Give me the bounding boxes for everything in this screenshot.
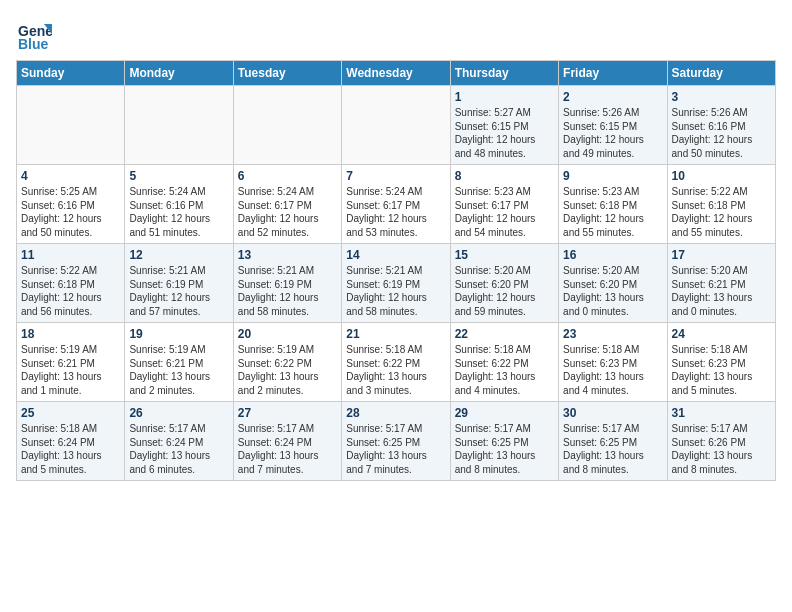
header-wednesday: Wednesday: [342, 61, 450, 86]
day-info: Sunrise: 5:18 AM Sunset: 6:23 PM Dayligh…: [563, 343, 662, 397]
day-cell: 16Sunrise: 5:20 AM Sunset: 6:20 PM Dayli…: [559, 244, 667, 323]
day-info: Sunrise: 5:21 AM Sunset: 6:19 PM Dayligh…: [129, 264, 228, 318]
header-monday: Monday: [125, 61, 233, 86]
day-cell: [233, 86, 341, 165]
day-cell: 17Sunrise: 5:20 AM Sunset: 6:21 PM Dayli…: [667, 244, 775, 323]
day-cell: 10Sunrise: 5:22 AM Sunset: 6:18 PM Dayli…: [667, 165, 775, 244]
header-saturday: Saturday: [667, 61, 775, 86]
day-cell: 13Sunrise: 5:21 AM Sunset: 6:19 PM Dayli…: [233, 244, 341, 323]
day-info: Sunrise: 5:18 AM Sunset: 6:23 PM Dayligh…: [672, 343, 771, 397]
day-info: Sunrise: 5:24 AM Sunset: 6:17 PM Dayligh…: [346, 185, 445, 239]
day-cell: 14Sunrise: 5:21 AM Sunset: 6:19 PM Dayli…: [342, 244, 450, 323]
day-number: 26: [129, 406, 228, 420]
day-info: Sunrise: 5:25 AM Sunset: 6:16 PM Dayligh…: [21, 185, 120, 239]
svg-text:Blue: Blue: [18, 36, 49, 52]
day-cell: 9Sunrise: 5:23 AM Sunset: 6:18 PM Daylig…: [559, 165, 667, 244]
day-number: 14: [346, 248, 445, 262]
day-number: 18: [21, 327, 120, 341]
logo-icon: General Blue: [16, 16, 52, 52]
day-number: 10: [672, 169, 771, 183]
day-number: 24: [672, 327, 771, 341]
day-info: Sunrise: 5:21 AM Sunset: 6:19 PM Dayligh…: [238, 264, 337, 318]
day-number: 11: [21, 248, 120, 262]
day-info: Sunrise: 5:23 AM Sunset: 6:18 PM Dayligh…: [563, 185, 662, 239]
day-number: 22: [455, 327, 554, 341]
calendar-table: SundayMondayTuesdayWednesdayThursdayFrid…: [16, 60, 776, 481]
day-info: Sunrise: 5:17 AM Sunset: 6:25 PM Dayligh…: [455, 422, 554, 476]
day-cell: 15Sunrise: 5:20 AM Sunset: 6:20 PM Dayli…: [450, 244, 558, 323]
day-info: Sunrise: 5:23 AM Sunset: 6:17 PM Dayligh…: [455, 185, 554, 239]
day-number: 17: [672, 248, 771, 262]
header-friday: Friday: [559, 61, 667, 86]
day-number: 13: [238, 248, 337, 262]
day-number: 21: [346, 327, 445, 341]
day-number: 9: [563, 169, 662, 183]
day-cell: 11Sunrise: 5:22 AM Sunset: 6:18 PM Dayli…: [17, 244, 125, 323]
day-cell: 18Sunrise: 5:19 AM Sunset: 6:21 PM Dayli…: [17, 323, 125, 402]
day-number: 2: [563, 90, 662, 104]
day-number: 7: [346, 169, 445, 183]
day-cell: 26Sunrise: 5:17 AM Sunset: 6:24 PM Dayli…: [125, 402, 233, 481]
day-number: 29: [455, 406, 554, 420]
day-cell: 3Sunrise: 5:26 AM Sunset: 6:16 PM Daylig…: [667, 86, 775, 165]
day-number: 12: [129, 248, 228, 262]
day-number: 6: [238, 169, 337, 183]
header-row: SundayMondayTuesdayWednesdayThursdayFrid…: [17, 61, 776, 86]
week-row-4: 18Sunrise: 5:19 AM Sunset: 6:21 PM Dayli…: [17, 323, 776, 402]
week-row-1: 1Sunrise: 5:27 AM Sunset: 6:15 PM Daylig…: [17, 86, 776, 165]
day-info: Sunrise: 5:22 AM Sunset: 6:18 PM Dayligh…: [21, 264, 120, 318]
day-info: Sunrise: 5:20 AM Sunset: 6:21 PM Dayligh…: [672, 264, 771, 318]
day-info: Sunrise: 5:22 AM Sunset: 6:18 PM Dayligh…: [672, 185, 771, 239]
day-info: Sunrise: 5:20 AM Sunset: 6:20 PM Dayligh…: [455, 264, 554, 318]
day-cell: 12Sunrise: 5:21 AM Sunset: 6:19 PM Dayli…: [125, 244, 233, 323]
week-row-5: 25Sunrise: 5:18 AM Sunset: 6:24 PM Dayli…: [17, 402, 776, 481]
day-info: Sunrise: 5:21 AM Sunset: 6:19 PM Dayligh…: [346, 264, 445, 318]
day-info: Sunrise: 5:17 AM Sunset: 6:25 PM Dayligh…: [563, 422, 662, 476]
header-tuesday: Tuesday: [233, 61, 341, 86]
day-cell: 23Sunrise: 5:18 AM Sunset: 6:23 PM Dayli…: [559, 323, 667, 402]
day-cell: 31Sunrise: 5:17 AM Sunset: 6:26 PM Dayli…: [667, 402, 775, 481]
day-number: 27: [238, 406, 337, 420]
day-cell: 24Sunrise: 5:18 AM Sunset: 6:23 PM Dayli…: [667, 323, 775, 402]
day-number: 16: [563, 248, 662, 262]
day-cell: 30Sunrise: 5:17 AM Sunset: 6:25 PM Dayli…: [559, 402, 667, 481]
week-row-3: 11Sunrise: 5:22 AM Sunset: 6:18 PM Dayli…: [17, 244, 776, 323]
day-number: 8: [455, 169, 554, 183]
header-thursday: Thursday: [450, 61, 558, 86]
day-cell: 27Sunrise: 5:17 AM Sunset: 6:24 PM Dayli…: [233, 402, 341, 481]
day-number: 3: [672, 90, 771, 104]
day-number: 4: [21, 169, 120, 183]
day-number: 1: [455, 90, 554, 104]
day-number: 30: [563, 406, 662, 420]
day-cell: 2Sunrise: 5:26 AM Sunset: 6:15 PM Daylig…: [559, 86, 667, 165]
day-info: Sunrise: 5:17 AM Sunset: 6:24 PM Dayligh…: [238, 422, 337, 476]
day-number: 5: [129, 169, 228, 183]
day-number: 15: [455, 248, 554, 262]
day-cell: 28Sunrise: 5:17 AM Sunset: 6:25 PM Dayli…: [342, 402, 450, 481]
day-info: Sunrise: 5:20 AM Sunset: 6:20 PM Dayligh…: [563, 264, 662, 318]
day-cell: 22Sunrise: 5:18 AM Sunset: 6:22 PM Dayli…: [450, 323, 558, 402]
day-cell: 20Sunrise: 5:19 AM Sunset: 6:22 PM Dayli…: [233, 323, 341, 402]
day-info: Sunrise: 5:19 AM Sunset: 6:22 PM Dayligh…: [238, 343, 337, 397]
day-info: Sunrise: 5:19 AM Sunset: 6:21 PM Dayligh…: [21, 343, 120, 397]
day-cell: [17, 86, 125, 165]
day-info: Sunrise: 5:26 AM Sunset: 6:16 PM Dayligh…: [672, 106, 771, 160]
day-cell: 21Sunrise: 5:18 AM Sunset: 6:22 PM Dayli…: [342, 323, 450, 402]
day-info: Sunrise: 5:18 AM Sunset: 6:22 PM Dayligh…: [346, 343, 445, 397]
day-info: Sunrise: 5:18 AM Sunset: 6:24 PM Dayligh…: [21, 422, 120, 476]
day-info: Sunrise: 5:19 AM Sunset: 6:21 PM Dayligh…: [129, 343, 228, 397]
day-number: 25: [21, 406, 120, 420]
day-number: 28: [346, 406, 445, 420]
week-row-2: 4Sunrise: 5:25 AM Sunset: 6:16 PM Daylig…: [17, 165, 776, 244]
day-number: 23: [563, 327, 662, 341]
day-cell: 6Sunrise: 5:24 AM Sunset: 6:17 PM Daylig…: [233, 165, 341, 244]
day-cell: 19Sunrise: 5:19 AM Sunset: 6:21 PM Dayli…: [125, 323, 233, 402]
day-info: Sunrise: 5:17 AM Sunset: 6:25 PM Dayligh…: [346, 422, 445, 476]
day-cell: 29Sunrise: 5:17 AM Sunset: 6:25 PM Dayli…: [450, 402, 558, 481]
day-info: Sunrise: 5:17 AM Sunset: 6:24 PM Dayligh…: [129, 422, 228, 476]
day-number: 20: [238, 327, 337, 341]
day-info: Sunrise: 5:27 AM Sunset: 6:15 PM Dayligh…: [455, 106, 554, 160]
day-info: Sunrise: 5:17 AM Sunset: 6:26 PM Dayligh…: [672, 422, 771, 476]
day-cell: 4Sunrise: 5:25 AM Sunset: 6:16 PM Daylig…: [17, 165, 125, 244]
header-sunday: Sunday: [17, 61, 125, 86]
